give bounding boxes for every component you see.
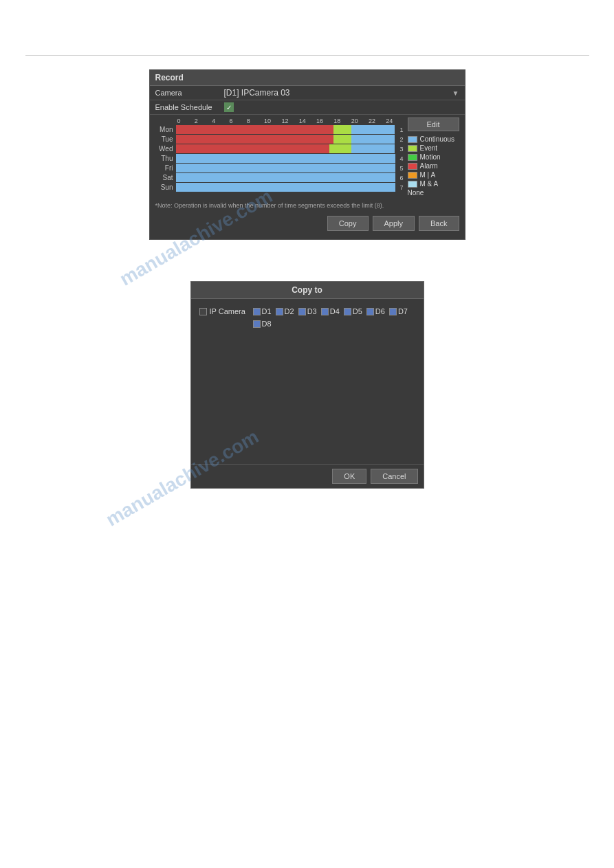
motion-label: Motion — [420, 153, 441, 161]
channel-d5[interactable]: D5 — [344, 307, 362, 315]
channel-d2[interactable]: D2 — [276, 307, 294, 315]
d6-checkbox[interactable] — [366, 308, 374, 315]
camera-label: Camera — [155, 89, 224, 97]
day-row-fri: Fri 5 — [155, 164, 404, 173]
d1-checkbox[interactable] — [253, 308, 261, 315]
copy-button[interactable]: Copy — [327, 216, 369, 231]
page-container: Record Camera [D1] IPCamera 03 ▼ Enable … — [0, 0, 614, 868]
record-panel: Record Camera [D1] IPCamera 03 ▼ Enable … — [149, 69, 465, 240]
time-labels: 0 2 4 6 8 10 12 14 16 18 20 22 24 — [177, 118, 404, 124]
time-0: 0 — [177, 118, 195, 124]
legend-event: Event — [408, 144, 459, 152]
enable-schedule-checkbox[interactable]: ✓ — [224, 102, 234, 112]
d4-checkbox[interactable] — [321, 308, 329, 315]
time-18: 18 — [333, 118, 351, 124]
day-row-mon: Mon 1 — [155, 125, 404, 134]
none-label: None — [408, 189, 424, 197]
time-4: 4 — [212, 118, 229, 124]
d8-checkbox[interactable] — [253, 320, 261, 328]
day-grid-wed[interactable] — [176, 144, 395, 153]
note-text: *Note: Operation is invalid when the num… — [150, 199, 465, 212]
day-label-mon: Mon — [155, 126, 176, 133]
schedule-left: 0 2 4 6 8 10 12 14 16 18 20 22 24 — [155, 118, 404, 197]
event-label: Event — [420, 144, 438, 152]
enable-schedule-label: Enable Schedule — [155, 103, 224, 111]
d7-checkbox[interactable] — [389, 308, 397, 315]
legend-none: None — [408, 189, 459, 197]
time-6: 6 — [229, 118, 246, 124]
d5-checkbox[interactable] — [344, 308, 351, 315]
ip-camera-checkbox[interactable] — [199, 308, 207, 315]
m-and-a-label: M & A — [420, 180, 439, 188]
legend-m-or-a: M | A — [408, 171, 459, 179]
bottom-buttons: Copy Apply Back — [150, 212, 465, 234]
alarm-color-swatch — [408, 163, 417, 170]
day-label-tue: Tue — [155, 135, 176, 143]
time-12: 12 — [281, 118, 298, 124]
ip-camera-label: IP Camera — [199, 307, 248, 315]
day-row-wed: Wed 3 — [155, 144, 404, 153]
day-row-tue: Tue 2 — [155, 135, 404, 144]
day-number-2: 2 — [395, 136, 404, 143]
continuous-color-swatch — [408, 136, 417, 143]
dialog-bottom: OK Cancel — [191, 464, 424, 488]
day-grid-thu[interactable] — [176, 154, 395, 163]
channel-options: D1 D2 D3 D4 — [253, 307, 415, 328]
d2-label: D2 — [285, 307, 294, 315]
apply-button[interactable]: Apply — [373, 216, 415, 231]
day-number-1: 1 — [395, 126, 404, 133]
d3-checkbox[interactable] — [298, 308, 306, 315]
channel-d3[interactable]: D3 — [298, 307, 317, 315]
top-divider — [25, 55, 589, 56]
day-row-sat: Sat 6 — [155, 173, 404, 182]
schedule-right: Edit Continuous Event Motion Alarm — [408, 118, 459, 197]
day-label-sun: Sun — [155, 183, 176, 191]
copy-row: IP Camera D1 D2 D3 — [199, 307, 415, 328]
m-and-a-color-swatch — [408, 181, 417, 188]
time-16: 16 — [316, 118, 333, 124]
camera-row: Camera [D1] IPCamera 03 ▼ — [150, 86, 465, 100]
day-number-6: 6 — [395, 175, 404, 181]
d6-label: D6 — [375, 307, 385, 315]
d2-checkbox[interactable] — [276, 308, 283, 315]
day-label-wed: Wed — [155, 145, 176, 153]
time-10: 10 — [264, 118, 281, 124]
d7-label: D7 — [398, 307, 408, 315]
day-number-7: 7 — [395, 184, 404, 191]
day-grid-tue[interactable] — [176, 135, 395, 144]
dialog-body: IP Camera D1 D2 D3 — [191, 299, 424, 464]
day-label-sat: Sat — [155, 174, 176, 181]
time-2: 2 — [195, 118, 212, 124]
day-grid-sun[interactable] — [176, 183, 395, 192]
day-grid-fri[interactable] — [176, 164, 395, 173]
day-number-5: 5 — [395, 165, 404, 172]
d4-label: D4 — [330, 307, 340, 315]
d5-label: D5 — [353, 307, 362, 315]
legend-motion: Motion — [408, 153, 459, 161]
channel-d8[interactable]: D8 — [253, 320, 272, 328]
channel-d6[interactable]: D6 — [366, 307, 385, 315]
day-number-3: 3 — [395, 146, 404, 153]
channel-d7[interactable]: D7 — [389, 307, 408, 315]
event-color-swatch — [408, 145, 417, 152]
back-button[interactable]: Back — [419, 216, 459, 231]
day-label-thu: Thu — [155, 155, 176, 162]
day-label-fri: Fri — [155, 164, 176, 172]
cancel-button[interactable]: Cancel — [371, 469, 417, 484]
camera-dropdown[interactable]: [D1] IPCamera 03 ▼ — [224, 88, 459, 98]
legend-m-and-a: M & A — [408, 180, 459, 188]
edit-button[interactable]: Edit — [408, 118, 459, 131]
chevron-down-icon: ▼ — [452, 89, 459, 97]
day-row-sun: Sun 7 — [155, 183, 404, 192]
day-row-thu: Thu 4 — [155, 154, 404, 163]
day-number-4: 4 — [395, 155, 404, 162]
motion-color-swatch — [408, 154, 417, 161]
ok-button[interactable]: OK — [332, 469, 366, 484]
day-grid-sat[interactable] — [176, 173, 395, 182]
time-20: 20 — [351, 118, 369, 124]
channel-d1[interactable]: D1 — [253, 307, 272, 315]
continuous-label: Continuous — [420, 135, 455, 143]
channel-d4[interactable]: D4 — [321, 307, 340, 315]
day-grid-mon[interactable] — [176, 125, 395, 134]
d8-label: D8 — [262, 320, 272, 328]
